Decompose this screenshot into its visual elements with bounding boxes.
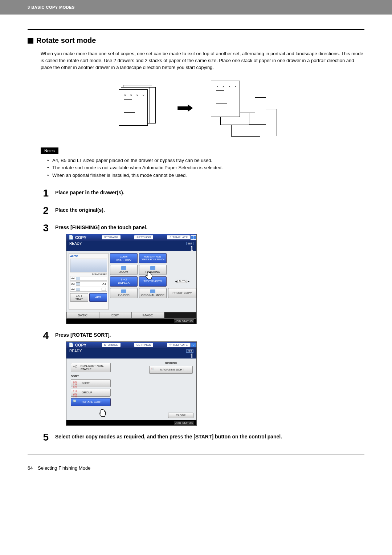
nonsort-status-button[interactable]: NON-SORT NON-STAPLE HOLE PUNCH <box>139 253 167 263</box>
auto-label: AUTO <box>70 255 107 258</box>
nonsort-button[interactable]: ✂▢ NON-SORT NON-STAPLE <box>71 363 111 372</box>
panel-body: AUTO BYPASS FEED A4 A3A4 A4 EXIT TRAY AP… <box>66 251 196 312</box>
binding-group: BINDING 📖 MAGAZINE SORT <box>149 361 193 374</box>
step-1: 1 Place paper in the drawer(s). <box>41 188 364 199</box>
printer-icon <box>70 259 107 272</box>
template-tab[interactable]: ☆ TEMPLATE <box>167 235 190 239</box>
copy-count: SET 1 <box>186 242 193 252</box>
step-5: 5 Select other copy modes as required, a… <box>41 432 364 443</box>
zoom-button[interactable]: ZOOM <box>110 265 138 275</box>
step-title: Place the original(s). <box>55 207 364 213</box>
sort-icon: 123123123 <box>73 381 79 386</box>
ready-label: READY <box>69 349 82 353</box>
sort-button[interactable]: 123123123 SORT <box>71 379 111 387</box>
binding-label: BINDING <box>149 361 193 365</box>
step-number: 4 <box>41 331 49 341</box>
storage-tab[interactable]: STORAGE <box>102 343 121 347</box>
basic-tab[interactable]: BASIC <box>66 312 99 319</box>
paper-source-panel: AUTO BYPASS FEED A4 A3A4 A4 EXIT TRAY AP… <box>69 253 109 310</box>
copy-mode-label: 📄 COPY <box>66 343 89 347</box>
note-item: The rotate sort mode is not available wh… <box>47 164 364 172</box>
diagram-before: × × × × <box>114 82 164 133</box>
step-3: 3 Press [FINISHING] on the touch panel. … <box>41 223 364 324</box>
duplex-mode-button[interactable]: 1→2 DUPLEX <box>110 276 138 287</box>
blank-tab <box>164 312 197 319</box>
template-tab[interactable]: ☆ TEMPLATE <box>167 343 190 347</box>
arrow-right-icon: ➡ <box>176 99 194 116</box>
help-button[interactable]: ? <box>191 343 196 347</box>
square-bullet-icon <box>28 38 33 44</box>
finger-cursor-icon <box>98 409 107 418</box>
job-status-button[interactable]: JOB STATUS <box>174 319 194 323</box>
ready-label: READY <box>69 242 82 246</box>
exit-tray-button[interactable]: EXIT TRAY <box>70 293 88 302</box>
step-number: 5 <box>41 432 49 442</box>
panel-footer: JOB STATUS <box>66 420 196 425</box>
panel-body: ✂▢ NON-SORT NON-STAPLE SORT 123123123 SO… <box>66 358 196 420</box>
group-button[interactable]: 111222333 GROUP <box>71 389 111 397</box>
panel-footer: JOB STATUS <box>66 319 196 324</box>
intro-paragraph: When you make more than one set of copie… <box>41 50 364 71</box>
top-rule <box>28 29 364 30</box>
step-number: 1 <box>41 188 49 198</box>
diagram-after: × × × × <box>206 78 278 137</box>
sort-group-label: SORT <box>71 374 111 378</box>
ratio-button[interactable]: 100% ORG. → COPY <box>110 253 138 263</box>
close-button[interactable]: CLOSE <box>168 413 193 418</box>
copy-count: SET 1 <box>186 349 193 359</box>
original-mode-button[interactable]: ORIGINAL MODE <box>139 288 167 298</box>
group-icon: 111222333 <box>73 390 79 395</box>
magazine-icon: 📖 <box>151 367 158 372</box>
touch-panel-basic: 📄 COPY STORAGE SETTINGS ☆ TEMPLATE ? REA… <box>66 234 197 324</box>
step-4: 4 Press [ROTATE SORT]. 📄 COPY STORAGE SE… <box>41 331 364 426</box>
panel-status-bar: READY SET 1 <box>66 241 196 251</box>
job-status-button[interactable]: JOB STATUS <box>174 421 194 425</box>
drawer-row[interactable]: A4 <box>70 287 107 292</box>
step-title: Press [ROTATE SORT]. <box>55 332 364 338</box>
note-item: A4, B5 and LT sized paper placed on the … <box>47 157 364 165</box>
exposure-slider[interactable]: ◀ AUTO ▶ <box>168 276 196 287</box>
section-title-text: Rotate sort mode <box>36 36 96 45</box>
note-item: When an optional finisher is installed, … <box>47 172 364 179</box>
section-title: Rotate sort mode <box>28 36 364 45</box>
bypass-feed-label[interactable]: BYPASS FEED <box>70 273 107 275</box>
page-header: 3 BASIC COPY MODES <box>0 0 392 15</box>
notes-list: A4, B5 and LT sized paper placed on the … <box>47 157 364 179</box>
step-title: Place paper in the drawer(s). <box>55 190 364 195</box>
edit-tab[interactable]: EDIT <box>99 312 132 319</box>
panel-status-bar: READY SET 1 <box>66 348 196 358</box>
image-tab[interactable]: IMAGE <box>131 312 164 319</box>
two-sided-icon <box>121 289 126 293</box>
storage-tab[interactable]: STORAGE <box>102 235 121 239</box>
settings-tab[interactable]: SETTINGS <box>134 343 153 347</box>
proof-copy-button[interactable]: PROOF COPY <box>168 288 196 298</box>
bottom-rule <box>28 454 364 454</box>
touch-panel-sort: 📄 COPY STORAGE SETTINGS ☆ TEMPLATE ? REA… <box>66 341 197 426</box>
original-mode-icon <box>150 289 155 293</box>
drawer-row[interactable]: A3A4 <box>70 281 107 286</box>
nonsort-icon: ✂▢ <box>73 365 78 370</box>
page-footer: 64 Selecting Finishing Mode <box>0 465 392 478</box>
panel-title-bar: 📄 COPY STORAGE SETTINGS ☆ TEMPLATE ? <box>66 234 196 241</box>
rotate-sort-button[interactable]: 🔄 ROTATE SORT <box>71 398 111 406</box>
aps-button[interactable]: APS <box>89 293 107 302</box>
drawer-row[interactable]: A4 <box>70 276 107 281</box>
page-number: 64 <box>28 465 33 471</box>
finishing-icon <box>150 266 155 270</box>
finishing-button[interactable]: FINISHING <box>139 265 167 275</box>
rotate-sort-diagram: × × × × ➡ × × × × <box>28 78 364 137</box>
text-photo-button[interactable]: TEXT/PHOTO <box>139 276 167 287</box>
step-2: 2 Place the original(s). <box>41 206 364 216</box>
rotate-sort-icon: 🔄 <box>73 400 79 405</box>
magazine-sort-button[interactable]: 📖 MAGAZINE SORT <box>149 366 193 374</box>
step-number: 3 <box>41 223 49 233</box>
two-sided-button[interactable]: 2-SIDED <box>110 288 138 298</box>
copy-mode-label: 📄 COPY <box>66 235 89 240</box>
panel-bottom-tabs: BASIC EDIT IMAGE <box>66 312 196 319</box>
help-button[interactable]: ? <box>191 235 196 240</box>
notes-badge: Notes <box>41 147 58 154</box>
panel-title-bar: 📄 COPY STORAGE SETTINGS ☆ TEMPLATE ? <box>66 342 196 348</box>
footer-title: Selecting Finishing Mode <box>38 465 90 471</box>
steps-list: 1 Place paper in the drawer(s). 2 Place … <box>41 188 364 443</box>
settings-tab[interactable]: SETTINGS <box>134 235 153 239</box>
